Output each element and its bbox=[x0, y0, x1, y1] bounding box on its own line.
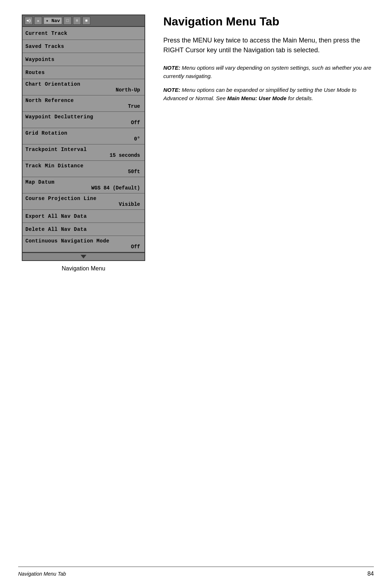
menu-item-routes[interactable]: Routes bbox=[23, 66, 144, 79]
menu-item-map-datum[interactable]: Map Datum WGS 84 (Default) bbox=[23, 177, 144, 193]
menu-item-trackpoint-interval[interactable]: Trackpoint Interval 15 seconds bbox=[23, 144, 144, 161]
menu-item-waypoint-decluttering[interactable]: Waypoint Decluttering Off bbox=[23, 112, 144, 128]
device-caption: Navigation Menu bbox=[62, 265, 105, 272]
note-2-label: NOTE: bbox=[163, 87, 180, 93]
page-title: Navigation Menu Tab bbox=[163, 15, 374, 28]
menu-item-current-track-label: Current Track bbox=[25, 30, 142, 36]
menu-item-north-reference-label: North Reference bbox=[25, 98, 142, 103]
menu-item-map-datum-value: WGS 84 (Default) bbox=[25, 185, 142, 191]
menu-item-grid-rotation-label: Grid Rotation bbox=[25, 130, 142, 136]
menu-item-waypoints-label: Waypoints bbox=[25, 57, 142, 62]
menu-item-delete-all-nav[interactable]: Delete All Nav Data bbox=[23, 223, 144, 236]
menu-item-waypoint-decluttering-label: Waypoint Decluttering bbox=[25, 114, 142, 120]
toolbar-icon-menu[interactable]: ≡ bbox=[73, 17, 81, 25]
menu-item-grid-rotation-value: 0° bbox=[25, 136, 142, 142]
menu-item-chart-orientation[interactable]: Chart Orientation North-Up bbox=[23, 79, 144, 95]
menu-item-track-min-distance[interactable]: Track Min Distance 50ft bbox=[23, 161, 144, 177]
main-content: ◄) ✕ ✦ Nav □ ≡ ■ Current Track Saved Tra… bbox=[18, 15, 374, 559]
note-1: NOTE: Menu options will vary depending o… bbox=[163, 64, 374, 80]
menu-item-routes-label: Routes bbox=[25, 70, 142, 75]
toolbar-icon-back[interactable]: ◄) bbox=[25, 17, 33, 25]
footer-title: Navigation Menu Tab bbox=[18, 571, 66, 577]
menu-item-export-all-nav[interactable]: Export All Nav Data bbox=[23, 210, 144, 223]
menu-item-course-projection[interactable]: Course Projection Line Visible bbox=[23, 193, 144, 210]
menu-item-saved-tracks[interactable]: Saved Tracks bbox=[23, 40, 144, 53]
menu-item-track-min-distance-label: Track Min Distance bbox=[25, 163, 142, 169]
toolbar-icon-info[interactable]: ■ bbox=[82, 17, 90, 25]
menu-item-course-projection-label: Course Projection Line bbox=[25, 196, 142, 201]
left-panel: ◄) ✕ ✦ Nav □ ≡ ■ Current Track Saved Tra… bbox=[18, 15, 149, 559]
menu-item-trackpoint-interval-value: 15 seconds bbox=[25, 152, 142, 158]
footer-page-number: 84 bbox=[367, 571, 374, 577]
menu-item-export-all-nav-label: Export All Nav Data bbox=[25, 213, 142, 219]
menu-item-north-reference[interactable]: North Reference True bbox=[23, 95, 144, 112]
menu-item-continuous-nav-value: Off bbox=[25, 244, 142, 250]
menu-item-map-datum-label: Map Datum bbox=[25, 179, 142, 185]
page-footer: Navigation Menu Tab 84 bbox=[18, 567, 374, 577]
menu-item-chart-orientation-value: North-Up bbox=[25, 87, 142, 93]
menu-item-delete-all-nav-label: Delete All Nav Data bbox=[25, 226, 142, 232]
note-1-body: Menu options will vary depending on syst… bbox=[163, 65, 371, 79]
menu-item-continuous-nav-label: Continuous Navigation Mode bbox=[25, 238, 142, 244]
note-2: NOTE: Menu options can be expanded or si… bbox=[163, 86, 374, 102]
menu-item-trackpoint-interval-label: Trackpoint Interval bbox=[25, 147, 142, 152]
note-2-link-suffix: for details. bbox=[286, 95, 313, 101]
toolbar-nav-label[interactable]: ✦ Nav bbox=[44, 17, 62, 24]
scroll-down-arrow[interactable] bbox=[81, 255, 86, 258]
menu-item-saved-tracks-label: Saved Tracks bbox=[25, 44, 142, 49]
device-screen: ◄) ✕ ✦ Nav □ ≡ ■ Current Track Saved Tra… bbox=[22, 15, 145, 261]
note-1-label: NOTE: bbox=[163, 65, 180, 71]
device-toolbar: ◄) ✕ ✦ Nav □ ≡ ■ bbox=[23, 15, 144, 27]
note-2-link: Main Menu: User Mode bbox=[227, 95, 286, 101]
menu-item-track-min-distance-value: 50ft bbox=[25, 169, 142, 175]
menu-item-waypoint-decluttering-value: Off bbox=[25, 120, 142, 126]
menu-item-continuous-nav[interactable]: Continuous Navigation Mode Off bbox=[23, 236, 144, 252]
menu-item-current-track[interactable]: Current Track bbox=[23, 27, 144, 40]
menu-item-north-reference-value: True bbox=[25, 103, 142, 109]
toolbar-icon-map[interactable]: □ bbox=[64, 17, 72, 25]
device-scroll-footer bbox=[23, 252, 144, 260]
menu-item-waypoints[interactable]: Waypoints bbox=[23, 53, 144, 66]
page-container: ◄) ✕ ✦ Nav □ ≡ ■ Current Track Saved Tra… bbox=[0, 0, 392, 588]
right-panel: Navigation Menu Tab Press the MENU key t… bbox=[163, 15, 374, 559]
menu-item-course-projection-value: Visible bbox=[25, 201, 142, 207]
menu-item-chart-orientation-label: Chart Orientation bbox=[25, 81, 142, 87]
menu-item-grid-rotation[interactable]: Grid Rotation 0° bbox=[23, 128, 144, 144]
toolbar-icon-x[interactable]: ✕ bbox=[34, 17, 42, 25]
intro-text: Press the MENU key twice to access the M… bbox=[163, 36, 374, 55]
